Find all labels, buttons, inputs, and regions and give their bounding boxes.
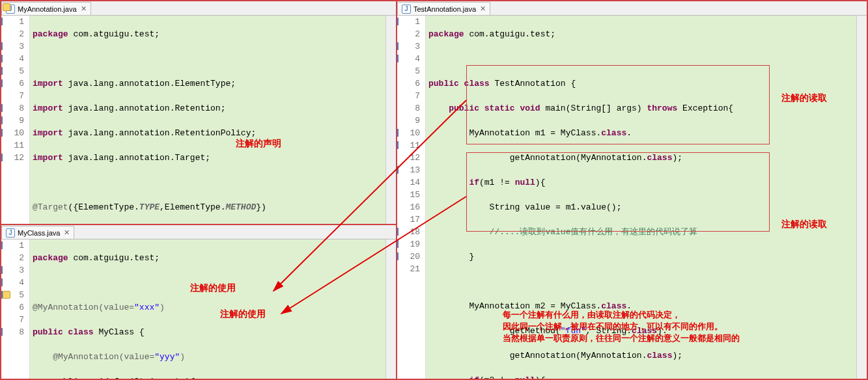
gutter: 12 34 56 78 (1, 239, 30, 379)
code-area[interactable]: 12 34 56 78 910 1112 package com.atguigu… (1, 16, 396, 224)
scrollbar-v[interactable] (385, 16, 396, 224)
editor-myannotation: J MyAnnotation.java ✕ 12 34 56 78 910 11… (1, 1, 396, 225)
tab-label: MyClass.java (18, 229, 60, 237)
tab-label: TestAnnotation.java (413, 5, 476, 13)
scrollbar-v[interactable] (385, 239, 396, 379)
java-icon: J (402, 5, 411, 14)
tab-myclass[interactable]: J MyClass.java ✕ (1, 226, 74, 239)
tab-label: MyAnnotation.java (18, 5, 77, 13)
tab-testannotation[interactable]: J TestAnnotation.java ✕ (397, 2, 490, 15)
editor-myclass: J MyClass.java ✕ 12 34 56 78 package com… (1, 225, 396, 379)
close-icon[interactable]: ✕ (480, 5, 486, 13)
close-icon[interactable]: ✕ (81, 5, 87, 13)
bottom-note: 每一个注解有什么用，由读取注解的代码决定， 因此同一个注解，被用在不同的地方，可… (503, 309, 740, 344)
tab-myannotation[interactable]: J MyAnnotation.java ✕ (1, 2, 91, 15)
scrollbar-v[interactable] (856, 16, 867, 379)
code-body[interactable]: package com.atguigu.test; import java.la… (30, 16, 385, 224)
tabbar: J TestAnnotation.java ✕ (397, 1, 867, 16)
close-icon[interactable]: ✕ (64, 228, 70, 237)
gutter: 12 34 56 78 910 1112 1314 1516 1718 1920… (397, 16, 426, 379)
gutter: 12 34 56 78 910 1112 (1, 16, 30, 224)
code-body[interactable]: package com.atguigu.test; @MyAnnotation(… (30, 239, 385, 379)
java-icon: J (6, 228, 15, 238)
tabbar: J MyAnnotation.java ✕ (1, 1, 396, 16)
tabbar: J MyClass.java ✕ (1, 225, 396, 239)
code-area[interactable]: 12 34 56 78 package com.atguigu.test; @M… (1, 239, 396, 379)
